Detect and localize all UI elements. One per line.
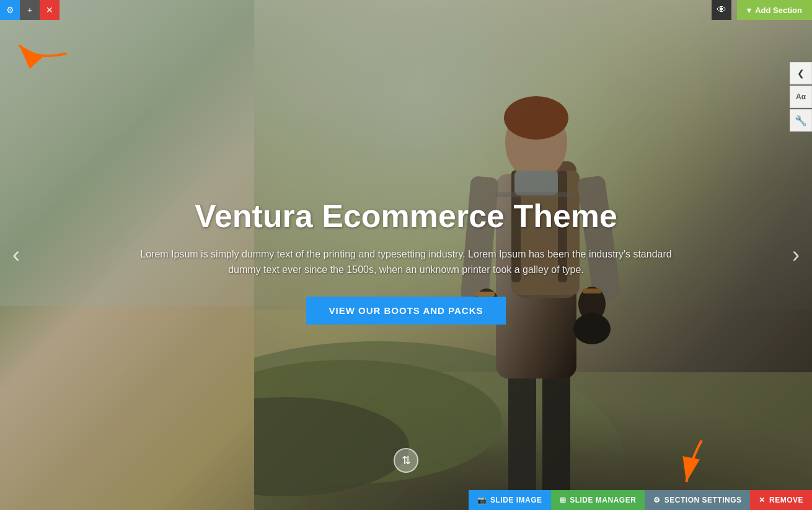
remove-icon: ✕	[759, 496, 766, 504]
slide-image-button[interactable]: 📷 SLIDE IMAGE	[469, 490, 551, 510]
right-sidebar: ❮ Aα 🔧	[790, 62, 812, 133]
slide-manager-button[interactable]: ⊞ SLIDE MANAGER	[551, 490, 645, 510]
add-section-label: Add Section	[755, 6, 802, 15]
wrench-icon: 🔧	[795, 115, 807, 127]
drag-handle[interactable]: ⇅	[394, 448, 418, 473]
settings-tool-button[interactable]: 🔧	[790, 109, 812, 132]
remove-button[interactable]: ✕ REMOVE	[750, 490, 812, 510]
close-button[interactable]: ✕	[40, 0, 60, 20]
hero-cta-button[interactable]: VIEW OUR BOOTS AND PACKS	[306, 297, 505, 324]
hero-title: Ventura Ecommerce Theme	[127, 198, 685, 235]
chevron-down-icon: ▾	[747, 6, 751, 15]
close-icon: ✕	[46, 5, 53, 15]
typography-button[interactable]: Aα	[790, 86, 812, 108]
section-settings-label: SECTION SETTINGS	[664, 496, 742, 504]
sidebar-collapse-button[interactable]: ❮	[790, 62, 812, 84]
hero-section: Ventura Ecommerce Theme Lorem Ipsum is s…	[0, 0, 812, 510]
hero-content: Ventura Ecommerce Theme Lorem Ipsum is s…	[127, 198, 685, 324]
hero-subtitle: Lorem Ipsum is simply dummy text of the …	[127, 246, 685, 278]
typography-icon: Aα	[796, 92, 806, 101]
slide-manager-label: SLIDE MANAGER	[570, 496, 636, 504]
grid-icon: ⊞	[560, 496, 567, 504]
top-toolbar: ⚙ + ✕	[0, 0, 60, 20]
remove-label: REMOVE	[769, 496, 803, 504]
camera-icon: 📷	[477, 496, 487, 504]
settings-icon: ⚙	[6, 5, 14, 15]
slider-next-button[interactable]: ›	[786, 236, 806, 274]
add-button[interactable]: +	[20, 0, 40, 20]
slide-image-label: SLIDE IMAGE	[490, 496, 542, 504]
bottom-toolbar: 📷 SLIDE IMAGE ⊞ SLIDE MANAGER ⚙ SECTION …	[469, 490, 812, 510]
gear-icon: ⚙	[653, 496, 661, 504]
settings-button[interactable]: ⚙	[0, 0, 20, 20]
eye-button[interactable]: 👁	[712, 0, 731, 20]
section-settings-button[interactable]: ⚙ SECTION SETTINGS	[645, 490, 750, 510]
drag-handle-icon: ⇅	[402, 454, 411, 467]
add-section-button[interactable]: ▾ Add Section	[737, 0, 812, 20]
slider-prev-button[interactable]: ‹	[6, 236, 26, 274]
eye-icon: 👁	[717, 4, 726, 16]
plus-icon: +	[27, 5, 32, 15]
chevron-left-icon: ❮	[797, 68, 805, 78]
